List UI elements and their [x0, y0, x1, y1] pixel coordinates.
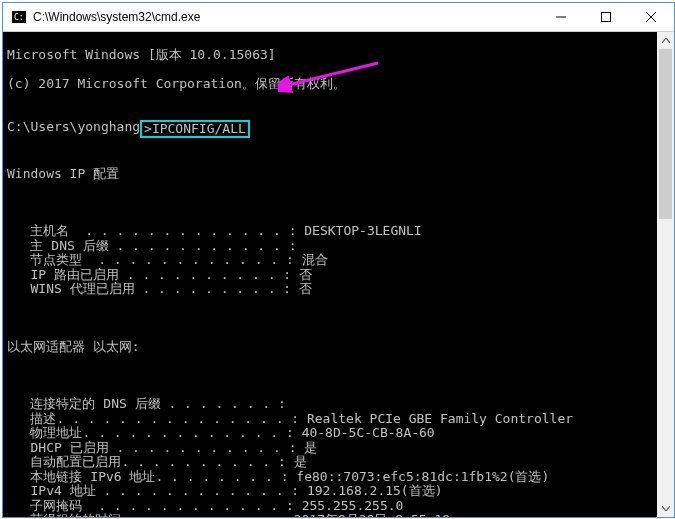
config-value: 是 — [294, 455, 307, 470]
scroll-track[interactable] — [657, 49, 674, 500]
config-dots: . . . . . . . . . . . . . : — [82, 426, 301, 441]
config-dots: . . . . . . . . : — [155, 470, 296, 485]
vertical-scrollbar[interactable] — [657, 32, 674, 517]
cmd-window: C: C:\Windows\system32\cmd.exe Microsoft… — [2, 2, 675, 518]
titlebar[interactable]: C: C:\Windows\system32\cmd.exe — [3, 3, 674, 32]
command-highlight: >IPCONFIG/ALL — [140, 120, 250, 139]
section-title: Windows IP 配置 — [7, 167, 670, 182]
config-value: Realtek PCIe GBE Family Controller — [307, 412, 573, 427]
config-label: 节点类型 — [7, 253, 98, 268]
prompt-path: C:\Users\yonghang — [7, 120, 140, 139]
config-value: 混合 — [302, 253, 328, 268]
config-row: 自动配置已启用. . . . . . . . . . : 是 — [7, 455, 670, 470]
svg-rect-3 — [601, 13, 610, 22]
console-output[interactable]: Microsoft Windows [版本 10.0.15063] (c) 20… — [3, 32, 674, 517]
command-text: >IPCONFIG/ALL — [144, 121, 246, 136]
config-row: 连接特定的 DNS 后缀 . . . . . . . : — [7, 397, 670, 412]
header-line: (c) 2017 Microsoft Corporation。保留所有权利。 — [7, 77, 670, 92]
config-value: 是 — [304, 441, 317, 456]
prompt-line: C:\Users\yonghang>IPCONFIG/ALL — [7, 120, 670, 139]
config-label: 描述 — [7, 412, 56, 427]
config-label: 物理地址 — [7, 426, 82, 441]
config-dots: . . . . . . . . . . . . . : — [85, 224, 304, 239]
config-dots: . . . . . . . . . . . . . . . : — [56, 412, 306, 427]
config-dots: . . . . . . . . . . . . : — [98, 253, 302, 268]
config-dots: . . . . . . . . . . . : — [116, 239, 296, 254]
config-label: 自动配置已启用 — [7, 455, 121, 470]
scroll-up-arrow[interactable] — [657, 32, 674, 49]
maximize-button[interactable] — [583, 3, 628, 32]
config-label: IPv4 地址 — [7, 484, 103, 499]
config-row: DHCP 已启用 . . . . . . . . . . . : 是 — [7, 441, 670, 456]
config-value: 2017年9月29日 8:55:19 — [294, 513, 450, 517]
config-label: 主 DNS 后缀 — [7, 239, 116, 254]
config-row: IPv4 地址 . . . . . . . . . . . . : 192.16… — [7, 484, 670, 499]
config-dots: . . . . . . . . . : — [142, 282, 299, 297]
cmd-icon: C: — [11, 9, 27, 25]
config-label: 本地链接 IPv6 地址 — [7, 470, 155, 485]
config-row: 物理地址. . . . . . . . . . . . . : 40-8D-5C… — [7, 426, 670, 441]
config-label: 获得租约的时间 — [7, 513, 137, 517]
config-dots: . . . . . . . . . : — [137, 513, 294, 517]
close-button[interactable] — [628, 3, 674, 32]
config-row: 子网掩码 . . . . . . . . . . . . : 255.255.2… — [7, 499, 670, 514]
section-title: 以太网适配器 以太网: — [7, 340, 670, 355]
config-row: WINS 代理已启用 . . . . . . . . . : 否 — [7, 282, 670, 297]
config-label: 连接特定的 DNS 后缀 — [7, 397, 168, 412]
config-dots: . . . . . . . . . . : — [127, 268, 299, 283]
config-dots: . . . . . . . . . . . : — [116, 441, 304, 456]
config-value: DESKTOP-3LEGNLI — [304, 224, 421, 239]
config-dots: . . . . . . . : — [168, 397, 285, 412]
config-row: 本地链接 IPv6 地址. . . . . . . . : fe80::7073… — [7, 470, 670, 485]
config-row: 描述. . . . . . . . . . . . . . . : Realte… — [7, 412, 670, 427]
config-value: 192.168.2.15(首选) — [307, 484, 443, 499]
config-row: IP 路由已启用 . . . . . . . . . . : 否 — [7, 268, 670, 283]
config-dots: . . . . . . . . . . . . : — [98, 499, 302, 514]
config-dots: . . . . . . . . . . : — [121, 455, 293, 470]
scroll-down-arrow[interactable] — [657, 500, 674, 517]
window-title: C:\Windows\system32\cmd.exe — [33, 10, 538, 24]
minimize-button[interactable] — [538, 3, 583, 32]
config-label: DHCP 已启用 — [7, 441, 116, 456]
svg-text:C:: C: — [14, 13, 24, 22]
config-value: 255.255.255.0 — [302, 499, 404, 514]
config-value: fe80::7073:efc5:81dc:1fb1%2(首选) — [296, 470, 549, 485]
config-dots: . . . . . . . . . . . . : — [103, 484, 307, 499]
config-label: WINS 代理已启用 — [7, 282, 142, 297]
config-value: 否 — [299, 282, 312, 297]
scroll-thumb[interactable] — [659, 49, 672, 219]
header-line: Microsoft Windows [版本 10.0.15063] — [7, 48, 670, 63]
config-label: 子网掩码 — [7, 499, 98, 514]
config-label: IP 路由已启用 — [7, 268, 127, 283]
config-row: 主 DNS 后缀 . . . . . . . . . . . : — [7, 239, 670, 254]
config-row: 主机名 . . . . . . . . . . . . . : DESKTOP-… — [7, 224, 670, 239]
config-value: 否 — [299, 268, 312, 283]
config-row: 节点类型 . . . . . . . . . . . . : 混合 — [7, 253, 670, 268]
config-label: 主机名 — [7, 224, 85, 239]
config-row: 获得租约的时间 . . . . . . . . . : 2017年9月29日 8… — [7, 513, 670, 517]
config-value: 40-8D-5C-CB-8A-60 — [302, 426, 435, 441]
